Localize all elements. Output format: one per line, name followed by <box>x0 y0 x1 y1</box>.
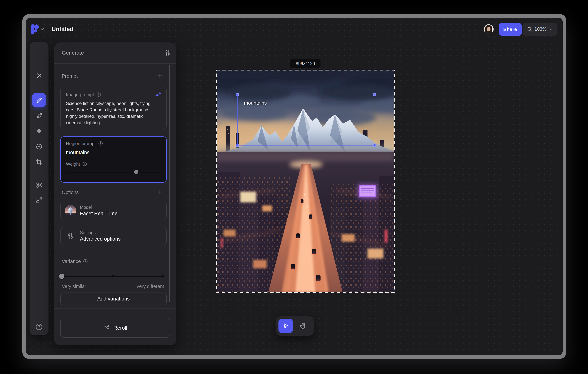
panel-title: Generate <box>62 49 84 55</box>
generate-panel: Generate Prompt Image prompt <box>54 42 176 345</box>
panel-divider <box>54 251 176 252</box>
reroll-button[interactable]: Reroll <box>60 318 170 337</box>
info-icon <box>83 259 88 264</box>
region-prompt-label: Region prompt <box>66 141 96 146</box>
region-handle-top-left[interactable] <box>236 93 239 96</box>
add-variations-button[interactable]: Add variations <box>60 292 167 305</box>
desktop: Untitled Share 103% <box>0 0 588 374</box>
panel-scrollbar[interactable] <box>169 65 170 302</box>
region-prompt-value[interactable]: mountains <box>66 150 161 155</box>
settings-label: Settings <box>80 230 121 235</box>
select-cursor-tool[interactable] <box>278 319 293 333</box>
tool-crop[interactable] <box>32 156 45 169</box>
panel-divider <box>54 308 176 309</box>
panel-divider <box>54 63 176 64</box>
file-menu-chevron-icon[interactable] <box>40 27 45 32</box>
model-card[interactable]: Model Facet Real-Time <box>60 201 167 220</box>
image-prompt-text[interactable]: Science fiction cityscape, neon lights, … <box>66 100 161 126</box>
tool-scissors[interactable] <box>32 179 45 191</box>
variance-mid-dot <box>112 275 114 277</box>
panel-sliders-icon[interactable] <box>164 49 171 56</box>
variance-end-dot <box>162 275 164 277</box>
selection-size-badge: 896×1120 <box>290 59 321 68</box>
region-selection-label: mountains <box>244 100 267 106</box>
region-handle-bottom-left[interactable] <box>236 144 239 147</box>
settings-sliders-icon <box>65 230 76 242</box>
weight-label: Weight <box>66 161 80 167</box>
help-button[interactable] <box>35 323 43 331</box>
chevron-down-icon <box>549 27 553 32</box>
image-prompt-card[interactable]: Image prompt Science fiction cityscape, … <box>60 86 167 129</box>
toolbar-divider <box>33 87 45 87</box>
model-thumbnail <box>65 205 76 216</box>
region-handle-bottom-right[interactable] <box>373 144 376 147</box>
weight-slider-track <box>66 171 161 173</box>
weight-slider[interactable] <box>66 169 161 174</box>
add-option-button[interactable] <box>156 188 164 196</box>
avatar[interactable] <box>484 24 494 34</box>
app-window: Untitled Share 103% <box>22 14 567 359</box>
options-section-label: Options <box>62 189 79 195</box>
tool-sidebar <box>30 42 49 335</box>
variance-slider-knob[interactable] <box>59 273 64 279</box>
info-icon <box>96 92 101 97</box>
pan-hand-tool[interactable] <box>296 319 310 333</box>
region-handle-top-right[interactable] <box>373 93 376 96</box>
tool-quill-pen[interactable] <box>32 109 45 122</box>
facet-logo-icon[interactable] <box>31 24 39 35</box>
region-prompt-card[interactable]: Region prompt mountains Weight <box>60 136 167 182</box>
app-canvas-area: Untitled Share 103% <box>26 18 563 355</box>
region-selection[interactable]: mountains <box>237 95 374 145</box>
variance-label: Variance <box>62 258 88 264</box>
enhance-sparkle-icon[interactable] <box>154 92 161 99</box>
search-icon <box>527 27 532 32</box>
variance-right-caption: Very different <box>62 284 164 289</box>
canvas-tool-switcher <box>276 316 314 336</box>
tool-generative-region[interactable] <box>32 140 45 153</box>
info-icon <box>98 141 103 146</box>
variance-slider[interactable] <box>62 273 164 279</box>
tool-eraser[interactable] <box>32 125 45 137</box>
model-value: Facet Real-Time <box>80 211 118 216</box>
model-label: Model <box>80 205 118 210</box>
image-prompt-label: Image prompt <box>66 92 94 97</box>
share-button[interactable]: Share <box>499 23 522 35</box>
settings-card[interactable]: Settings Advanced options <box>60 227 167 245</box>
add-prompt-button[interactable] <box>156 71 164 80</box>
toolbar-divider <box>33 172 45 172</box>
tool-pencil[interactable] <box>32 93 46 107</box>
shuffle-icon <box>103 324 110 331</box>
document-title[interactable]: Untitled <box>52 26 73 32</box>
hand-icon <box>299 322 307 330</box>
tool-expand-resize[interactable] <box>32 194 45 207</box>
zoom-control[interactable]: 103% <box>523 23 557 35</box>
settings-value: Advanced options <box>80 236 121 242</box>
info-icon <box>82 161 87 166</box>
zoom-level: 103% <box>534 27 546 32</box>
weight-slider-knob[interactable] <box>134 170 138 174</box>
close-button[interactable] <box>32 69 45 82</box>
prompt-section-label: Prompt <box>62 73 78 79</box>
cursor-icon <box>282 322 289 330</box>
